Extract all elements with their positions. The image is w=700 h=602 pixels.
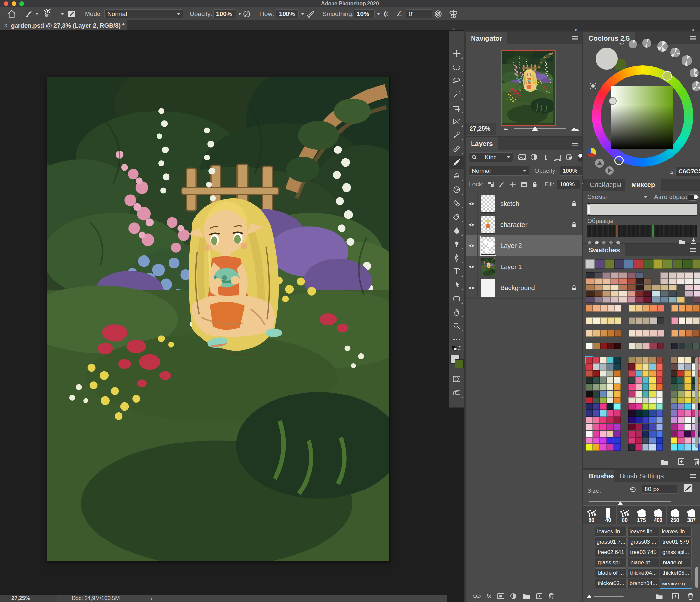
swatch[interactable] [684, 363, 691, 370]
swatch[interactable] [652, 285, 660, 290]
delete-brush-trash-icon[interactable] [688, 593, 694, 600]
swatch[interactable] [642, 363, 649, 370]
swatch[interactable] [586, 357, 593, 363]
lasso-tool[interactable] [449, 74, 465, 87]
swatch[interactable] [642, 377, 649, 384]
swatch[interactable] [644, 285, 652, 290]
hue-marker[interactable] [662, 71, 672, 81]
swatch[interactable] [679, 330, 685, 337]
brush-item[interactable]: grass spl... [660, 548, 692, 557]
swatch[interactable] [586, 279, 594, 284]
swatch[interactable] [686, 305, 693, 312]
sv-marker[interactable] [608, 97, 617, 105]
swatch[interactable] [642, 424, 649, 430]
swatch[interactable] [628, 398, 635, 404]
swatch[interactable] [586, 444, 593, 451]
swatch[interactable] [657, 305, 664, 312]
swatch[interactable] [656, 391, 663, 397]
swatch[interactable] [593, 391, 600, 397]
lock-transparent-icon[interactable] [488, 181, 494, 188]
visibility-toggle[interactable] [466, 278, 478, 298]
brush-preset-80b[interactable]: 80 [617, 506, 633, 524]
brush-preset-250[interactable]: 250 [667, 506, 683, 524]
brush-item[interactable]: leaves lin... [660, 527, 692, 536]
brush-angle-field[interactable]: 0° [406, 7, 432, 20]
layer-thumbnail[interactable] [481, 258, 495, 276]
brush-preset-387[interactable]: 387 [683, 506, 700, 524]
opacity-pressure-button[interactable] [243, 7, 251, 20]
swatch[interactable] [653, 259, 663, 269]
swatch[interactable] [611, 272, 619, 278]
swatch[interactable] [586, 437, 593, 444]
swatch[interactable] [614, 370, 621, 377]
swatch[interactable] [657, 343, 664, 350]
swatch[interactable] [615, 259, 624, 269]
brush-item[interactable]: tree03 745 [627, 548, 659, 557]
swatch[interactable] [694, 272, 700, 278]
swatch[interactable] [624, 259, 633, 269]
mixer-sample[interactable] [690, 225, 692, 237]
swatch[interactable] [600, 424, 607, 430]
swatch[interactable] [593, 403, 600, 410]
swatch[interactable] [698, 424, 700, 430]
swatch[interactable] [600, 403, 607, 410]
swatch[interactable] [600, 317, 607, 324]
swatch[interactable] [593, 398, 600, 404]
hue-marker-secondary[interactable] [615, 156, 624, 165]
swatch[interactable] [671, 437, 677, 444]
swatch[interactable] [660, 272, 669, 278]
swatch[interactable] [635, 272, 644, 278]
swatch[interactable] [698, 437, 700, 444]
swatch[interactable] [656, 357, 663, 363]
swatch[interactable] [600, 431, 607, 437]
swatch[interactable] [698, 370, 700, 377]
swatch[interactable] [614, 384, 621, 390]
swatch[interactable] [586, 285, 594, 290]
swatch[interactable] [671, 410, 677, 416]
mixer-sample[interactable] [661, 225, 664, 237]
filter-adjustment-layers-icon[interactable] [530, 154, 538, 161]
swatch[interactable] [694, 297, 700, 303]
mode-select[interactable]: Normal [104, 7, 183, 20]
swatch[interactable] [594, 272, 602, 278]
mixer-sample[interactable] [642, 225, 644, 237]
airbrush-button[interactable] [306, 7, 316, 20]
swatch[interactable] [671, 370, 677, 377]
swatch[interactable] [644, 291, 652, 297]
swatch[interactable] [684, 370, 691, 377]
layer-fill-field[interactable]: 100% [557, 179, 580, 189]
swatch[interactable] [586, 297, 594, 303]
current-color-swatch[interactable] [596, 48, 618, 70]
layer-mask-icon[interactable] [497, 593, 504, 599]
swatch[interactable] [685, 279, 693, 284]
filter-type-layers-icon[interactable] [542, 154, 549, 161]
swatch[interactable] [611, 285, 619, 290]
swatch[interactable] [614, 377, 621, 384]
swatch[interactable] [698, 357, 700, 363]
swatch[interactable] [628, 377, 635, 384]
swatch[interactable] [628, 417, 635, 424]
swatch[interactable] [600, 444, 607, 451]
mixer-sample[interactable] [630, 225, 632, 237]
swatch[interactable] [615, 343, 621, 350]
swatch[interactable] [607, 305, 614, 312]
swatch[interactable] [684, 384, 691, 390]
swatch[interactable] [600, 410, 607, 416]
schemes-dropdown-icon[interactable] [644, 196, 647, 198]
swatches-scrollbar[interactable] [696, 357, 698, 448]
swatch[interactable] [607, 363, 614, 370]
brush-preset-80[interactable]: 80 [583, 506, 600, 524]
delete-swatch-trash-icon[interactable] [694, 458, 700, 465]
triangle-mode-icon[interactable] [595, 159, 604, 168]
swatch[interactable] [693, 343, 700, 350]
swatch[interactable] [586, 272, 594, 278]
brush-item[interactable]: tree01 579 [660, 537, 692, 547]
dodge-tool[interactable] [449, 238, 465, 250]
filter-toggle[interactable] [578, 153, 583, 162]
harmony-tetrad-icon[interactable] [690, 68, 699, 77]
swatch[interactable] [635, 363, 642, 370]
panel-menu-icon[interactable] [572, 36, 578, 41]
swatch[interactable] [649, 377, 656, 384]
swatch[interactable] [586, 317, 593, 324]
mixer-sample[interactable] [606, 225, 608, 237]
